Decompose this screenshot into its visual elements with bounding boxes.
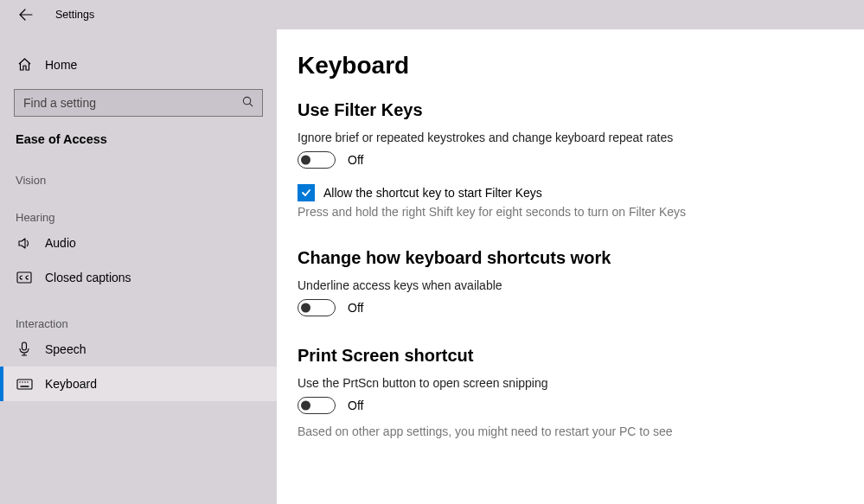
filter-hint: Press and hold the right Shift key for e… [298, 205, 843, 219]
svg-rect-2 [17, 272, 31, 283]
back-arrow-icon [19, 8, 33, 22]
section-shortcuts: Change how keyboard shortcuts work Under… [298, 248, 843, 316]
sidebar-item-closed-captions[interactable]: Closed captions [0, 260, 277, 295]
sidebar-home[interactable]: Home [0, 48, 277, 80]
prtscn-toggle[interactable] [298, 397, 336, 414]
cc-icon [16, 271, 33, 284]
section-title: Print Screen shortcut [298, 346, 843, 366]
sidebar-home-label: Home [45, 58, 77, 72]
filter-desc: Ignore brief or repeated keystrokes and … [298, 131, 843, 144]
sidebar-item-keyboard[interactable]: Keyboard [0, 367, 277, 401]
sidebar-item-label: Speech [45, 342, 86, 356]
sidebar: Home Ease of Access Vision Hearing Audio… [0, 29, 277, 504]
sidebar-item-label: Audio [45, 236, 76, 250]
shortcuts-desc: Underline access keys when available [298, 278, 843, 292]
prtscn-desc: Use the PrtScn button to open screen sni… [298, 376, 843, 390]
toggle-state-label: Off [348, 301, 363, 315]
underline-access-keys-toggle[interactable] [298, 299, 336, 316]
svg-rect-4 [17, 380, 32, 389]
back-button[interactable] [16, 4, 36, 25]
titlebar: Settings [0, 0, 864, 29]
toggle-state-label: Off [348, 399, 363, 412]
section-print-screen: Print Screen shortcut Use the PrtScn but… [298, 346, 843, 438]
sidebar-item-label: Closed captions [45, 271, 131, 284]
filter-keys-toggle[interactable] [298, 151, 336, 169]
section-title: Use Filter Keys [298, 100, 843, 120]
sidebar-item-speech[interactable]: Speech [0, 332, 277, 367]
sidebar-category: Ease of Access [0, 117, 277, 151]
content: Keyboard Use Filter Keys Ignore brief or… [277, 29, 864, 504]
check-icon [300, 187, 312, 199]
group-hearing-label: Hearing [0, 188, 277, 226]
group-vision-label: Vision [0, 151, 277, 188]
toggle-state-label: Off [348, 153, 363, 167]
search-wrap [14, 89, 263, 117]
section-filter-keys: Use Filter Keys Ignore brief or repeated… [298, 100, 843, 219]
toggle-knob [301, 156, 310, 165]
sidebar-item-audio[interactable]: Audio [0, 226, 277, 260]
window-title: Settings [55, 9, 94, 21]
prtscn-note: Based on other app settings, you might n… [298, 424, 843, 438]
microphone-icon [16, 341, 33, 357]
sidebar-item-label: Keyboard [45, 377, 97, 391]
filter-shortcut-checkbox[interactable] [298, 184, 315, 201]
toggle-knob [301, 401, 310, 411]
svg-rect-3 [22, 342, 27, 350]
page-title: Keyboard [298, 52, 843, 80]
group-interaction-label: Interaction [0, 295, 277, 332]
checkbox-label: Allow the shortcut key to start Filter K… [323, 186, 542, 200]
section-title: Change how keyboard shortcuts work [298, 248, 843, 268]
speaker-icon [16, 236, 33, 251]
keyboard-icon [16, 379, 33, 390]
search-input[interactable] [14, 89, 263, 117]
home-icon [16, 57, 33, 72]
toggle-knob [301, 303, 310, 313]
